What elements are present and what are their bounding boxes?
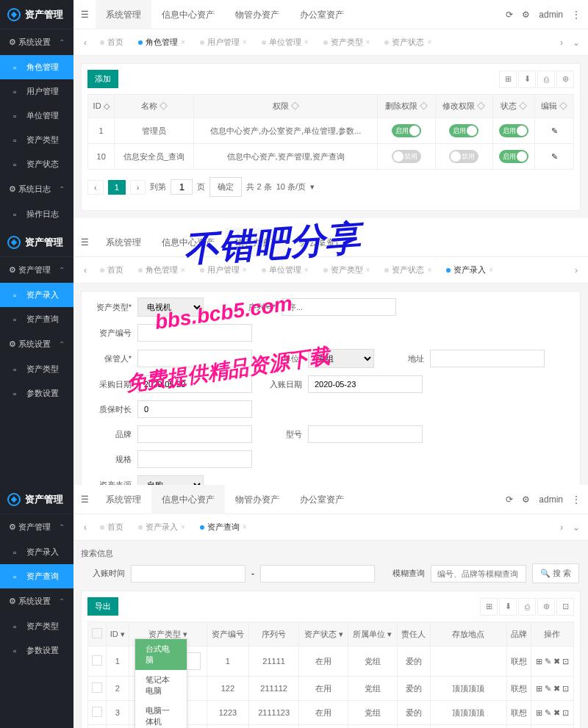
nav-group[interactable]: ⚙ 系统设置⌃ <box>0 29 74 55</box>
column-header[interactable]: 资产状态 ▾ <box>299 622 348 646</box>
tab-item[interactable]: 资产录入× <box>131 519 193 536</box>
tab-prev-icon[interactable]: ‹ <box>78 265 93 275</box>
sidebar-item[interactable]: ▫操作日志 <box>0 202 74 226</box>
user-menu[interactable]: admin <box>539 10 563 20</box>
sidebar-item[interactable]: ▫资产录入 <box>0 283 74 307</box>
add-button[interactable]: 添加 <box>87 70 118 88</box>
sidebar-item[interactable]: ▫参数设置 <box>0 638 74 663</box>
search-time-input[interactable] <box>131 565 245 583</box>
warranty-input[interactable] <box>137 400 252 418</box>
tab-menu-icon[interactable]: ⌄ <box>569 37 584 48</box>
tab-item[interactable]: 首页 <box>93 34 131 51</box>
tab-item[interactable]: 角色管理× <box>131 262 193 278</box>
sidebar-item[interactable]: ▫资产类型 <box>0 357 74 381</box>
column-header[interactable] <box>88 622 107 646</box>
page-next[interactable]: › <box>130 180 146 195</box>
export-button[interactable]: 导出 <box>87 597 118 616</box>
spec-input[interactable] <box>137 450 252 468</box>
column-header[interactable]: 存放地点 <box>430 622 506 646</box>
tab-next-icon[interactable]: › <box>569 265 584 275</box>
topnav-item[interactable]: 系统管理 <box>96 485 151 514</box>
tab-prev-icon[interactable]: ‹ <box>78 522 93 533</box>
column-header[interactable]: 序列号 <box>248 622 299 646</box>
refresh-icon[interactable]: ⟳ <box>506 494 513 505</box>
tab-item[interactable]: 资产状态× <box>377 262 439 278</box>
topnav-item[interactable]: 信息中心资产 <box>151 0 225 29</box>
topnav-item[interactable]: 系统管理 <box>96 228 151 257</box>
nav-group[interactable]: ⚙ 系统日志⌃ <box>0 176 74 202</box>
more-icon[interactable]: ⋮ <box>572 494 581 505</box>
nav-group[interactable]: ⚙ 系统设置⌃ <box>0 588 74 614</box>
unit-select[interactable]: 党组 <box>308 349 374 368</box>
nav-group[interactable]: ⚙ 资产管理⌃ <box>0 257 74 283</box>
topnav-item[interactable]: 物管办资产 <box>225 485 290 514</box>
toggle-switch[interactable]: 禁用 <box>449 150 478 163</box>
model-input[interactable] <box>308 425 423 443</box>
filter-icon[interactable]: ⊞ <box>499 71 517 88</box>
menu-toggle-icon[interactable]: ☰ <box>74 494 96 505</box>
sidebar-item[interactable]: ▫资产类型 <box>0 128 74 152</box>
tab-prev-icon[interactable]: ‹ <box>78 37 93 48</box>
export-icon[interactable]: ⬇ <box>499 598 517 616</box>
tab-item[interactable]: 资产类型× <box>316 34 378 51</box>
column-header[interactable]: 状态 ◇ <box>493 95 535 118</box>
toggle-switch[interactable]: 启用 <box>499 150 528 163</box>
edit-icon[interactable]: ✎ <box>551 126 558 135</box>
settings-icon[interactable]: ⊛ <box>537 598 555 616</box>
tab-item[interactable]: 资产类型× <box>316 262 378 278</box>
more-icon[interactable]: ⋮ <box>572 10 581 20</box>
column-header[interactable]: 权限 ◇ <box>193 95 377 118</box>
tab-item[interactable]: 用户管理× <box>193 262 254 278</box>
print-icon[interactable]: ⎙ <box>537 71 555 88</box>
column-header[interactable]: ID ◇ <box>88 95 115 118</box>
print-icon[interactable]: ⎙ <box>518 598 536 616</box>
sidebar-item[interactable]: ▫资产查询 <box>0 564 74 588</box>
row-actions[interactable]: ⊞ ✎ ✖ ⊡ <box>536 684 569 693</box>
toggle-switch[interactable]: 禁用 <box>392 150 421 163</box>
page-input[interactable] <box>171 179 193 195</box>
brand-input[interactable] <box>137 425 252 443</box>
tab-item[interactable]: 资产查询× <box>193 519 254 536</box>
column-header[interactable]: 资产编号 <box>207 622 248 646</box>
column-header[interactable]: 删除权限 ◇ <box>378 95 435 118</box>
tab-menu-icon[interactable]: ⌄ <box>569 522 584 533</box>
search-fuzzy-input[interactable] <box>431 565 526 583</box>
topnav-item[interactable]: 信息中心资产 <box>151 228 225 257</box>
buy-date-input[interactable] <box>137 375 252 393</box>
dropdown-option[interactable]: 电脑一体机 <box>135 701 187 728</box>
toggle-switch[interactable]: 启用 <box>392 124 421 137</box>
select-all-checkbox[interactable] <box>92 628 102 638</box>
tab-item[interactable]: 角色管理× <box>131 34 193 51</box>
sidebar-item[interactable]: ▫资产录入 <box>0 540 74 564</box>
tab-item[interactable]: 首页 <box>93 519 131 536</box>
search-button[interactable]: 🔍 搜 索 <box>532 563 579 583</box>
column-header[interactable]: ID ▾ <box>106 622 129 646</box>
export-icon[interactable]: ⬇ <box>518 71 536 88</box>
toggle-switch[interactable]: 启用 <box>499 124 528 137</box>
edit-icon[interactable]: ✎ <box>551 152 558 161</box>
location-input[interactable] <box>430 350 545 367</box>
dashboard-icon[interactable]: ⚙ <box>522 494 530 505</box>
sidebar-item[interactable]: ▫资产状态 <box>0 152 74 176</box>
chevron-down-icon[interactable]: ▾ <box>310 182 315 192</box>
nav-group[interactable]: ⚙ 系统设置⌃ <box>0 331 74 357</box>
topnav-item[interactable]: 物管办资产 <box>225 0 290 29</box>
settings-icon[interactable]: ⊛ <box>556 71 574 88</box>
tab-next-icon[interactable]: › <box>554 522 569 533</box>
column-header[interactable]: 责任人 <box>397 622 430 646</box>
custodian-input[interactable] <box>137 350 252 367</box>
entry-date-input[interactable] <box>308 375 423 393</box>
tab-next-icon[interactable]: › <box>554 37 569 48</box>
column-header[interactable]: 名称 ◇ <box>115 95 194 118</box>
topnav-item[interactable]: 办公室资产 <box>290 485 354 514</box>
menu-toggle-icon[interactable]: ☰ <box>74 237 96 248</box>
tab-item[interactable]: 单位管理× <box>254 262 316 278</box>
column-header[interactable]: 操作 <box>531 622 573 646</box>
page-prev[interactable]: ‹ <box>87 180 104 195</box>
row-checkbox[interactable] <box>92 707 102 717</box>
row-actions[interactable]: ⊞ ✎ ✖ ⊡ <box>536 708 569 717</box>
tab-item[interactable]: 单位管理× <box>254 34 316 51</box>
topnav-item[interactable]: 系统管理 <box>96 0 151 29</box>
sidebar-item[interactable]: ▫资产查询 <box>0 307 74 331</box>
search-time-input-end[interactable] <box>260 565 375 583</box>
